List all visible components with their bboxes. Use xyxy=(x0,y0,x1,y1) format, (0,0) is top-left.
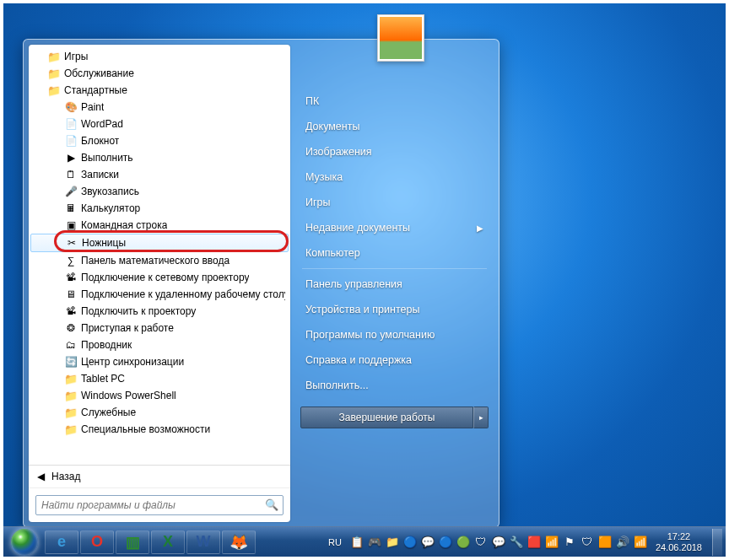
right-item-label: Документы xyxy=(305,121,359,132)
program-item-calc[interactable]: 🖩Калькулятор xyxy=(30,200,289,217)
program-item-label: Проводник xyxy=(81,339,132,351)
right-item-11[interactable]: Справка и поддержка xyxy=(294,347,495,373)
right-item-10[interactable]: Программы по умолчанию xyxy=(294,322,495,347)
program-item-netproj[interactable]: 📽Подключение к сетевому проектору xyxy=(30,269,289,286)
program-item-folder[interactable]: Tablet PC xyxy=(30,370,289,387)
program-item-paint[interactable]: 🎨Paint xyxy=(30,99,289,116)
back-button[interactable]: ◀ Назад xyxy=(29,466,290,487)
program-item-sync[interactable]: 🔄Центр синхронизации xyxy=(30,353,289,370)
right-item-label: Музыка xyxy=(305,171,343,183)
right-item-1[interactable]: Документы xyxy=(294,114,495,139)
right-item-0[interactable]: ПК xyxy=(294,89,495,114)
program-item-label: WordPad xyxy=(81,118,123,130)
program-item-math[interactable]: ∑Панель математического ввода xyxy=(30,252,289,269)
right-item-6[interactable]: Компьютер xyxy=(294,240,495,266)
tray-icon-12[interactable]: ⚑ xyxy=(563,536,576,548)
netproj-icon: 📽 xyxy=(64,271,78,284)
shutdown-more-button[interactable]: ▸ xyxy=(473,407,489,428)
taskbar-excel[interactable]: X xyxy=(151,530,185,554)
notepad-icon: 📄 xyxy=(64,134,78,148)
program-item-proj[interactable]: 📽Подключить к проектору xyxy=(30,303,289,320)
program-item-sticky[interactable]: 🗒Записки xyxy=(30,166,289,183)
search-icon: 🔍 xyxy=(265,498,278,511)
program-item-folder[interactable]: Обслуживание xyxy=(30,65,289,82)
taskbar-word[interactable]: W xyxy=(186,530,220,554)
program-item-folder[interactable]: Специальные возможности xyxy=(30,421,289,438)
taskbar-taskmgr[interactable]: ▥ xyxy=(116,530,149,554)
taskbar-opera[interactable]: O xyxy=(80,530,114,554)
program-item-label: Панель математического ввода xyxy=(81,255,230,267)
program-item-label: Специальные возможности xyxy=(81,423,210,435)
right-item-12[interactable]: Выполнить... xyxy=(294,373,495,398)
taskbar-ie[interactable]: e xyxy=(45,530,78,554)
program-item-cmd[interactable]: ▣Командная строка xyxy=(30,217,289,234)
program-item-label: Ножницы xyxy=(82,237,126,249)
wordpad-icon: 📄 xyxy=(64,117,78,131)
submenu-arrow-icon: ▶ xyxy=(477,223,483,233)
search-input[interactable] xyxy=(35,495,284,515)
cmd-icon: ▣ xyxy=(64,218,78,232)
right-item-8[interactable]: Панель управления xyxy=(294,272,495,297)
tray-icon-13[interactable]: 🛡 xyxy=(580,536,594,548)
program-item-rdp[interactable]: 🖥Подключение к удаленному рабочему столу xyxy=(30,286,289,303)
tray-icon-8[interactable]: 💬 xyxy=(492,536,505,548)
tray-icon-2[interactable]: 📁 xyxy=(386,536,399,548)
program-item-folder[interactable]: Игры xyxy=(30,48,289,65)
program-item-label: Подключение к сетевому проектору xyxy=(81,272,249,283)
program-item-folder[interactable]: Стандартные xyxy=(30,82,289,99)
system-tray: 📋🎮📁🔵💬🔵🟢🛡💬🔧🟥📶⚑🛡🟧🔊📶 xyxy=(347,536,651,548)
tray-icon-7[interactable]: 🛡 xyxy=(474,536,488,548)
snip-icon: ✂ xyxy=(65,236,78,250)
show-desktop-button[interactable] xyxy=(712,529,722,556)
tray-icon-5[interactable]: 🔵 xyxy=(439,536,452,548)
folder-icon xyxy=(47,67,61,80)
program-item-label: Paint xyxy=(81,101,104,113)
avatar[interactable] xyxy=(377,14,424,62)
program-item-wordpad[interactable]: 📄WordPad xyxy=(30,116,289,132)
program-item-snip[interactable]: ✂Ножницы xyxy=(30,234,289,252)
program-item-notepad[interactable]: 📄Блокнот xyxy=(30,132,289,149)
program-item-label: Windows PowerShell xyxy=(81,390,176,401)
tray-icon-3[interactable]: 🔵 xyxy=(403,536,417,548)
tray-icon-1[interactable]: 🎮 xyxy=(368,536,381,548)
tray-icon-15[interactable]: 🔊 xyxy=(616,536,629,548)
program-item-explorer[interactable]: 🗂Проводник xyxy=(30,337,289,353)
program-item-label: Выполнить xyxy=(81,152,133,164)
taskbar: eO▥XW🦊 RU 📋🎮📁🔵💬🔵🟢🛡💬🔧🟥📶⚑🛡🟧🔊📶 17:22 24.06.… xyxy=(3,526,726,557)
programs-tree[interactable]: ИгрыОбслуживаниеСтандартные🎨Paint📄WordPa… xyxy=(29,45,290,466)
folder-icon xyxy=(64,406,78,419)
paint-icon: 🎨 xyxy=(64,100,78,114)
program-item-label: Блокнот xyxy=(81,135,119,147)
taskbar-firefox[interactable]: 🦊 xyxy=(222,530,256,554)
shutdown-button[interactable]: Завершение работы xyxy=(300,407,473,428)
tray-icon-10[interactable]: 🟥 xyxy=(527,536,541,548)
windows-logo-icon xyxy=(11,529,38,556)
right-item-9[interactable]: Устройства и принтеры xyxy=(294,297,495,322)
program-item-folder[interactable]: Служебные xyxy=(30,404,289,421)
start-button[interactable] xyxy=(7,528,42,557)
calc-icon: 🖩 xyxy=(64,202,78,215)
program-item-folder[interactable]: Windows PowerShell xyxy=(30,387,289,404)
right-item-2[interactable]: Изображения xyxy=(294,139,495,164)
right-item-4[interactable]: Игры xyxy=(294,190,495,215)
tray-icon-11[interactable]: 📶 xyxy=(545,536,559,548)
program-item-welcome[interactable]: ❂Приступая к работе xyxy=(30,320,289,337)
program-item-run[interactable]: ▶Выполнить xyxy=(30,149,289,166)
tray-icon-14[interactable]: 🟧 xyxy=(598,536,612,548)
tray-icon-0[interactable]: 📋 xyxy=(350,536,364,548)
program-item-label: Tablet PC xyxy=(81,373,125,385)
right-item-3[interactable]: Музыка xyxy=(294,164,495,190)
taskbar-clock[interactable]: 17:22 24.06.2018 xyxy=(651,531,707,553)
language-indicator[interactable]: RU xyxy=(323,537,347,547)
explorer-icon: 🗂 xyxy=(64,338,78,352)
tray-icon-4[interactable]: 💬 xyxy=(421,536,435,548)
folder-icon xyxy=(47,50,61,63)
tray-icon-6[interactable]: 🟢 xyxy=(456,536,470,548)
tray-icon-16[interactable]: 📶 xyxy=(634,536,647,548)
right-item-label: Выполнить... xyxy=(305,380,369,391)
right-item-5[interactable]: Недавние документы▶ xyxy=(294,215,495,240)
right-item-label: Справка и поддержка xyxy=(305,354,412,366)
tray-icon-9[interactable]: 🔧 xyxy=(510,536,523,548)
program-item-mic[interactable]: 🎤Звукозапись xyxy=(30,183,289,200)
program-item-label: Звукозапись xyxy=(81,186,139,197)
